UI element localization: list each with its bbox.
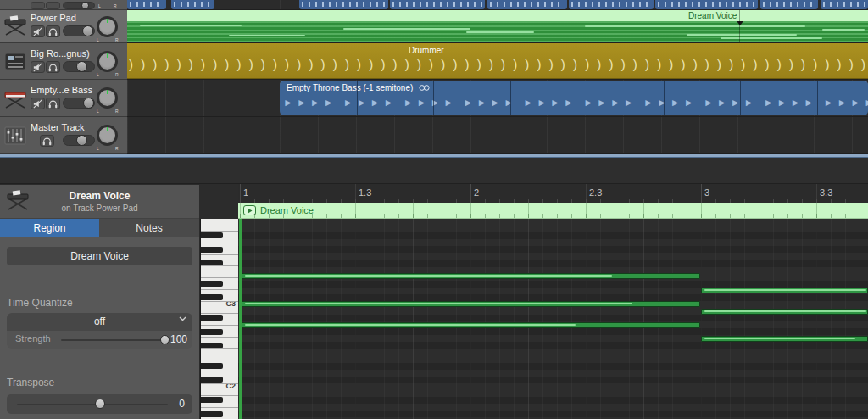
- audio-region-segment[interactable]: [171, 0, 214, 9]
- headphones-button[interactable]: [40, 135, 54, 147]
- track-header-partial[interactable]: L R: [0, 0, 127, 10]
- volume-slider[interactable]: [63, 2, 95, 9]
- region-label: Dream Voice: [688, 11, 737, 20]
- tab-notes[interactable]: Notes: [99, 219, 199, 237]
- midi-preview-line: [721, 37, 822, 39]
- editor-track-subtitle: on Track Power Pad: [0, 204, 199, 213]
- white-key-separator: [201, 313, 238, 314]
- pan-knob[interactable]: [97, 16, 118, 37]
- volume-knob[interactable]: [76, 61, 87, 72]
- midi-preview-line: [822, 29, 865, 31]
- piano-roll-grid[interactable]: [238, 219, 868, 419]
- mute-button[interactable]: [31, 61, 45, 73]
- region-name-button[interactable]: Dream Voice: [7, 247, 192, 265]
- pan-left-label: L: [97, 146, 99, 151]
- black-key[interactable]: [201, 294, 223, 300]
- volume-slider[interactable]: [63, 135, 95, 146]
- headphones-icon: [47, 27, 58, 36]
- lane-partial-track[interactable]: [127, 0, 868, 10]
- black-key[interactable]: [201, 247, 223, 253]
- editor-track-info: Dream Voice on Track Power Pad: [0, 185, 199, 219]
- strength-label: Strength: [15, 333, 51, 344]
- mute-button[interactable]: [31, 2, 45, 9]
- headphones-button[interactable]: [46, 61, 60, 73]
- headphones-button[interactable]: [46, 25, 60, 37]
- time-quantize-group: off Strength 100: [7, 313, 192, 349]
- mute-button[interactable]: [31, 98, 45, 109]
- black-key[interactable]: [201, 411, 223, 417]
- lane-drummer[interactable]: Drummer ) ) ) ) ) ) ) ) ) ) ) ) ) ) ) ) …: [127, 43, 868, 80]
- pan-right-label: R: [114, 3, 117, 8]
- black-key[interactable]: [201, 363, 223, 369]
- midi-note-E3[interactable]: [242, 273, 700, 279]
- track-header-power-pad[interactable]: Power Pad L R: [0, 10, 127, 43]
- loop-notch: [737, 21, 743, 25]
- transpose-slider[interactable]: [17, 404, 168, 405]
- pan-knob[interactable]: [97, 51, 118, 72]
- mute-button[interactable]: [31, 25, 45, 37]
- midi-note-A2[interactable]: [242, 322, 700, 328]
- audio-region-segment[interactable]: [569, 0, 654, 9]
- pan-knob[interactable]: [97, 87, 118, 109]
- volume-knob[interactable]: [82, 25, 93, 36]
- audio-region-segment[interactable]: [655, 0, 758, 9]
- track-header-empty-throne-bass[interactable]: Empty...e Bass L R: [0, 80, 127, 117]
- white-key-separator: [201, 301, 238, 302]
- black-key[interactable]: [201, 281, 223, 287]
- ruler-bar-line: [470, 184, 471, 203]
- track-header-big-royale[interactable]: Big Ro...gnus) L R: [0, 43, 127, 80]
- track-name: Master Track: [31, 122, 85, 132]
- region-drummer[interactable]: Drummer ) ) ) ) ) ) ) ) ) ) ) ) ) ) ) ) …: [127, 43, 868, 79]
- volume-knob[interactable]: [83, 98, 94, 109]
- midi-note-C3[interactable]: [242, 301, 700, 307]
- black-key[interactable]: [201, 232, 223, 238]
- track-name: Power Pad: [31, 13, 76, 23]
- volume-slider[interactable]: [63, 25, 95, 36]
- garageband-window: L R Power Pad L R: [0, 0, 868, 419]
- keyboard-icon: [3, 14, 28, 38]
- region-play-button[interactable]: [243, 205, 256, 215]
- editor-ruler[interactable]: 11.322.333.3: [238, 184, 868, 203]
- loop-boundary: [587, 81, 587, 115]
- headphones-button[interactable]: [46, 98, 60, 109]
- midi-note-G2[interactable]: [701, 336, 868, 342]
- audio-region-segment[interactable]: [487, 0, 567, 9]
- audio-region-segment[interactable]: [390, 0, 485, 9]
- region-empty-throne-bass[interactable]: Empty Throne Bass (-1 semitone) ►►►► ►►►…: [280, 81, 868, 115]
- audio-region-segment[interactable]: [821, 0, 868, 9]
- region-dream-voice[interactable]: Dream Voice: [127, 10, 868, 42]
- editor-region-strip[interactable]: Dream Voice: [238, 203, 868, 219]
- editor-track-title: Dream Voice: [0, 190, 199, 202]
- midi-note-B2[interactable]: [701, 309, 868, 315]
- track-header-master[interactable]: Master Track L R: [0, 117, 127, 154]
- volume-knob[interactable]: [81, 2, 89, 9]
- volume-knob[interactable]: [76, 135, 87, 146]
- midi-preview-line: [343, 28, 470, 30]
- region-midi-preview: [127, 21, 868, 42]
- beat-ticks: [240, 203, 868, 218]
- audio-region-segment[interactable]: [299, 0, 388, 9]
- audio-region-segment[interactable]: [760, 0, 818, 9]
- strength-slider[interactable]: [61, 339, 164, 341]
- volume-slider[interactable]: [63, 98, 95, 109]
- volume-slider[interactable]: [63, 61, 95, 72]
- lane-master[interactable]: [127, 117, 868, 154]
- midi-note-D3[interactable]: [701, 288, 868, 293]
- ruler-label: 1.3: [359, 187, 371, 198]
- transpose-slider-knob[interactable]: [95, 399, 105, 409]
- black-key[interactable]: [201, 377, 223, 383]
- lane-bass[interactable]: Empty Throne Bass (-1 semitone) ►►►► ►►►…: [127, 80, 868, 117]
- pan-knob[interactable]: [97, 125, 118, 146]
- strength-value: 100: [165, 333, 187, 345]
- tab-region[interactable]: Region: [0, 219, 99, 237]
- time-quantize-dropdown[interactable]: off: [7, 313, 192, 331]
- lane-power-pad[interactable]: Dream Voice: [127, 10, 868, 43]
- piano-keyboard[interactable]: C3C2: [200, 219, 238, 419]
- ruler-label: 2: [474, 187, 479, 198]
- audio-region-segment[interactable]: [127, 0, 166, 9]
- headphones-button[interactable]: [46, 2, 60, 9]
- black-key[interactable]: [201, 329, 223, 335]
- black-key[interactable]: [201, 397, 223, 403]
- white-key-separator: [201, 277, 238, 278]
- black-key[interactable]: [201, 315, 223, 321]
